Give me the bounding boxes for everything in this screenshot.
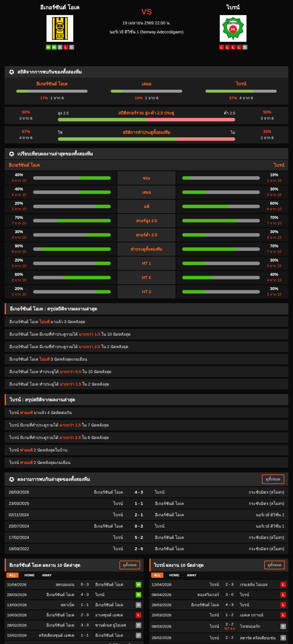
away-recent-tabs: ALLHOMEAWAY: [149, 571, 288, 579]
match-score: 4 - 3: [77, 592, 92, 597]
away-team: อีเกอร์ซันด์ โอเค: [149, 546, 226, 552]
h2h-count: 1 จาก 6: [145, 96, 158, 100]
comparison-row: 90%9 จาก 10ทำประตูทั้งสองทีม70%7 จาก 10: [5, 242, 288, 256]
away-recent-view-all-button[interactable]: ดูทั้งหมด: [264, 561, 285, 569]
home-team: สตาเบ็ค: [34, 602, 77, 608]
away-summary-list: ไบรน์ พ่ายแพ้ มาแล้ว 4 นัดติดต่อกันไบรน์…: [5, 407, 288, 468]
split-left-count: 3 จาก 6: [10, 115, 42, 121]
page: อีเกอร์ซันด์ โอเค E·IK WWDLD VS: [0, 0, 293, 644]
form-badge-d: D: [69, 45, 74, 50]
comparison-row-label: HT 2: [117, 285, 176, 298]
home-team: อีเกอร์ซันด์ โอเค: [178, 602, 222, 608]
tab-away[interactable]: AWAY: [40, 573, 53, 578]
comparison-row-label: ชนะ: [117, 171, 176, 185]
match-date: 20/07/2024: [9, 524, 52, 528]
split-labels: สูง 2.5สถิติสกอร์รวม สูง-ต่ำ 2.5 ประตูต่…: [58, 109, 235, 116]
summary-item: ไบรน์ มีเกมที่ทำประตูรวมได้ มากกว่า 2.5 …: [5, 432, 288, 443]
tab-all[interactable]: ALL: [151, 573, 163, 578]
comparison-away-team: ไบรน์: [274, 162, 284, 169]
home-summary-list: อีเกอร์ซันด์ โอเค ไม่แพ้ มาแล้ว 3 นัดหลั…: [5, 316, 288, 389]
tab-away[interactable]: AWAY: [185, 573, 198, 578]
match-date: 18/03/2022: [9, 546, 52, 551]
extra-time-score: *ET 4-2: [222, 627, 237, 631]
result-badge-d: D: [136, 602, 141, 608]
comparison-row: 70%7 จาก 10สกอร์สูง 2.570%7 จาก 10: [5, 214, 288, 227]
tab-home[interactable]: HOME: [167, 573, 181, 578]
comparison-row: 60%6 จาก 10HT X40%4 จาก 10: [5, 271, 288, 284]
home-stat-bar: [33, 190, 111, 194]
match-date: 28/03/2026: [152, 603, 178, 607]
home-stat-numbers: 20%2 จาก 10: [8, 286, 30, 297]
home-percent: 40%: [8, 187, 30, 191]
form-badge-l: L: [63, 45, 68, 50]
match-date: 23/03/2025: [9, 501, 52, 506]
away-stat-fill: [182, 262, 206, 265]
away-team: เรนเฮล์ม ไอแอล: [237, 581, 281, 588]
away-stat-fill: [182, 219, 237, 222]
home-stat-numbers: 40%4 จาก 10: [8, 187, 30, 198]
split-right-label: ไม่: [231, 129, 235, 136]
split-left-count: 4 จาก 6: [10, 135, 42, 141]
comparison-row-label: แพ้: [117, 200, 176, 213]
match-date: 20/03/2026: [152, 613, 178, 617]
match-score: 4 - 3: [129, 490, 149, 494]
score-text: 3 - 0: [222, 592, 237, 597]
split-middle: สูง 2.5สถิติสกอร์รวม สูง-ต่ำ 2.5 ประตูต่…: [42, 109, 251, 121]
home-team: อีเกอร์ซันด์ โอเค: [52, 489, 129, 495]
away-percent: 70%: [263, 215, 285, 220]
home-count: 3 จาก 10: [8, 235, 30, 240]
away-stat-bar: [182, 247, 260, 251]
match-score: 2 - 3: [77, 613, 92, 618]
comparison-away-cell: 10%1 จาก 10: [176, 171, 288, 185]
home-recent-column: อีเกอร์ซันด์ โอเค ผลงาน 10 นัดล่าสุด ดูท…: [5, 559, 144, 644]
comparison-row-label: เสมอ: [117, 186, 176, 199]
h2h-progress-bar: [111, 90, 182, 93]
result-badge-l: L: [136, 612, 141, 618]
h2h-percent: 67%: [229, 96, 237, 100]
home-stat-fill: [56, 219, 111, 222]
comparison-row: 40%4 จาก 10ชนะ10%1 จาก 10: [5, 171, 288, 185]
comparison-row-label: ทำประตูทั้งสองทีม: [117, 242, 176, 256]
home-team: ไบรน์: [178, 635, 222, 641]
comparison-home-cell: 40%4 จาก 10: [5, 186, 117, 199]
away-stat-bar: [182, 233, 260, 237]
away-team: อีเกอร์ซันด์ โอเค: [92, 581, 136, 588]
comparison-away-cell: 70%7 จาก 10: [176, 214, 288, 227]
score-text: 1 - 2: [222, 613, 237, 618]
match-score: 1 - 1: [77, 633, 92, 638]
home-percent: 20%: [8, 286, 30, 291]
home-count: 2 จาก 10: [8, 263, 30, 269]
away-team: อีเกอร์ซันด์ โอเค: [92, 632, 136, 638]
away-stat-fill: [182, 190, 206, 194]
split-right-label: ต่ำ 2.5: [224, 110, 235, 116]
tab-all[interactable]: ALL: [6, 573, 19, 578]
recent-match-row: 28/02/2026ไบรน์2 - 2สตาร์ต คริสเตียนเช่น…: [149, 633, 288, 643]
result-badge-w: W: [136, 582, 141, 587]
home-team: ไบรน์: [52, 546, 129, 552]
home-summary-header: อีเกอร์ซันด์ โอเค : สรุปสถิติจากผลงานล่า…: [5, 303, 288, 314]
home-stat-bar: [33, 205, 111, 208]
away-count: 4 จาก 10: [263, 277, 285, 283]
comparison-row-label: HT X: [117, 271, 176, 284]
home-recent-view-all-button[interactable]: ดูทั้งหมด: [119, 561, 140, 569]
away-recent-title: ไบรน์ ผลงาน 10 นัดล่าสุด: [154, 562, 204, 569]
match-score: 2 - 1: [129, 512, 149, 517]
h2h-progress-fill: [206, 90, 253, 93]
summary-item: อีเกอร์ซันด์ โอเค ทำประตูได้ มากกว่า 0.5…: [5, 366, 288, 377]
home-percent: 30%: [8, 229, 30, 234]
soccer-ball-icon: [9, 151, 15, 157]
away-team: ไบรน์: [149, 489, 226, 495]
match-date: 28/03/2026: [9, 490, 52, 494]
h2h-view-all-button[interactable]: ดูทั้งหมด: [262, 474, 284, 484]
away-team: เอสเค บรานน์: [237, 612, 281, 618]
match-score: 5 - 2: [129, 535, 149, 540]
home-team-name: อีเกอร์ซันด์ โอเค: [16, 3, 103, 12]
split-bar-green: [58, 118, 146, 121]
result-badge-l: L: [281, 582, 286, 587]
soccer-ball-icon: [9, 476, 15, 482]
svg-text:E·IK: E·IK: [57, 34, 63, 37]
tab-home[interactable]: HOME: [23, 573, 36, 578]
home-team-block: อีเกอร์ซันด์ โอเค E·IK WWDLD: [16, 3, 103, 50]
summary-highlight: มากกว่า 2.5: [60, 434, 81, 441]
match-score: 2 - 2*ET 4-2: [222, 622, 237, 631]
